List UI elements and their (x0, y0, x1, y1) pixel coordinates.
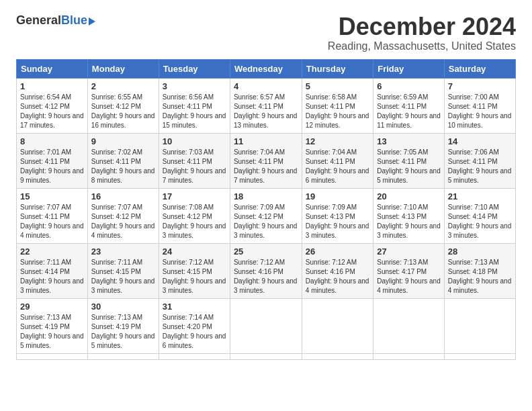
month-title: December 2024 (328, 13, 516, 40)
day-info: Sunrise: 7:10 AMSunset: 4:13 PMDaylight:… (377, 203, 441, 240)
calendar-cell: 15Sunrise: 7:07 AMSunset: 4:11 PMDayligh… (17, 188, 88, 243)
calendar-cell (444, 353, 515, 359)
calendar-cell (159, 353, 230, 359)
day-info: Sunrise: 7:11 AMSunset: 4:15 PMDaylight:… (91, 258, 155, 295)
calendar-cell (302, 353, 373, 359)
calendar-cell (87, 353, 159, 359)
day-info: Sunrise: 7:12 AMSunset: 4:16 PMDaylight:… (306, 258, 369, 295)
day-info: Sunrise: 7:04 AMSunset: 4:11 PMDaylight:… (234, 148, 298, 185)
day-number: 31 (163, 302, 226, 312)
day-info: Sunrise: 7:01 AMSunset: 4:11 PMDaylight:… (20, 148, 84, 185)
day-number: 19 (306, 191, 369, 201)
calendar-weekday-header: Friday (373, 59, 445, 78)
day-number: 17 (163, 191, 226, 201)
day-info: Sunrise: 6:55 AMSunset: 4:12 PMDaylight:… (91, 93, 155, 130)
calendar-cell: 14Sunrise: 7:06 AMSunset: 4:11 PMDayligh… (444, 133, 515, 188)
calendar-cell (373, 298, 445, 353)
day-info: Sunrise: 7:08 AMSunset: 4:12 PMDaylight:… (163, 203, 226, 240)
calendar-cell: 13Sunrise: 7:05 AMSunset: 4:11 PMDayligh… (373, 133, 445, 188)
logo-arrow-icon (89, 17, 95, 26)
day-number: 24 (163, 246, 226, 257)
calendar-row: 29Sunrise: 7:13 AMSunset: 4:19 PMDayligh… (17, 298, 516, 353)
calendar-cell: 16Sunrise: 7:07 AMSunset: 4:12 PMDayligh… (87, 188, 159, 243)
day-number: 8 (20, 136, 84, 146)
day-info: Sunrise: 7:02 AMSunset: 4:11 PMDaylight:… (91, 148, 155, 185)
calendar-body: 1Sunrise: 6:54 AMSunset: 4:12 PMDaylight… (17, 78, 516, 359)
day-number: 13 (377, 136, 441, 146)
location-title: Reading, Massachusetts, United States (328, 40, 516, 52)
day-number: 23 (91, 246, 155, 257)
header: General Blue December 2024 Reading, Mass… (16, 13, 516, 52)
day-number: 11 (234, 136, 298, 146)
calendar-weekday-header: Thursday (302, 59, 373, 78)
calendar-weekday-header: Tuesday (159, 59, 230, 78)
day-info: Sunrise: 6:59 AMSunset: 4:11 PMDaylight:… (377, 93, 441, 130)
day-info: Sunrise: 7:10 AMSunset: 4:14 PMDaylight:… (448, 203, 512, 240)
calendar-cell: 17Sunrise: 7:08 AMSunset: 4:12 PMDayligh… (159, 188, 230, 243)
calendar-table: SundayMondayTuesdayWednesdayThursdayFrid… (16, 59, 516, 360)
calendar-weekday-header: Wednesday (230, 59, 302, 78)
day-number: 16 (91, 191, 155, 201)
day-number: 12 (306, 136, 369, 146)
calendar-cell: 2Sunrise: 6:55 AMSunset: 4:12 PMDaylight… (87, 78, 159, 133)
calendar-weekday-header: Sunday (17, 59, 88, 78)
day-number: 7 (448, 81, 512, 91)
day-number: 18 (234, 191, 298, 201)
day-number: 5 (306, 81, 369, 91)
calendar-cell: 21Sunrise: 7:10 AMSunset: 4:14 PMDayligh… (444, 188, 515, 243)
day-info: Sunrise: 7:03 AMSunset: 4:11 PMDaylight:… (163, 148, 226, 185)
day-info: Sunrise: 7:07 AMSunset: 4:11 PMDaylight:… (20, 203, 84, 240)
calendar-cell: 24Sunrise: 7:12 AMSunset: 4:15 PMDayligh… (159, 243, 230, 298)
day-number: 10 (163, 136, 226, 146)
calendar-cell: 29Sunrise: 7:13 AMSunset: 4:19 PMDayligh… (17, 298, 88, 353)
calendar-cell: 4Sunrise: 6:57 AMSunset: 4:11 PMDaylight… (230, 78, 302, 133)
day-info: Sunrise: 7:12 AMSunset: 4:15 PMDaylight:… (163, 258, 226, 295)
calendar-row: 15Sunrise: 7:07 AMSunset: 4:11 PMDayligh… (17, 188, 516, 243)
day-info: Sunrise: 7:13 AMSunset: 4:17 PMDaylight:… (377, 258, 441, 295)
calendar-cell: 7Sunrise: 7:00 AMSunset: 4:11 PMDaylight… (444, 78, 515, 133)
day-info: Sunrise: 6:56 AMSunset: 4:11 PMDaylight:… (163, 93, 226, 130)
calendar-cell: 23Sunrise: 7:11 AMSunset: 4:15 PMDayligh… (87, 243, 159, 298)
calendar-cell: 26Sunrise: 7:12 AMSunset: 4:16 PMDayligh… (302, 243, 373, 298)
logo-general-text: General (16, 13, 61, 28)
calendar-row: 8Sunrise: 7:01 AMSunset: 4:11 PMDaylight… (17, 133, 516, 188)
day-number: 25 (234, 246, 298, 257)
calendar-row (17, 353, 516, 359)
day-info: Sunrise: 7:09 AMSunset: 4:12 PMDaylight:… (234, 203, 298, 240)
calendar-cell: 27Sunrise: 7:13 AMSunset: 4:17 PMDayligh… (373, 243, 445, 298)
calendar-cell: 19Sunrise: 7:09 AMSunset: 4:13 PMDayligh… (302, 188, 373, 243)
day-number: 26 (306, 246, 369, 257)
calendar-weekday-header: Saturday (444, 59, 515, 78)
day-number: 28 (448, 246, 512, 257)
calendar-cell: 1Sunrise: 6:54 AMSunset: 4:12 PMDaylight… (17, 78, 88, 133)
calendar-cell: 25Sunrise: 7:12 AMSunset: 4:16 PMDayligh… (230, 243, 302, 298)
calendar-cell (230, 353, 302, 359)
day-number: 30 (91, 302, 155, 312)
day-info: Sunrise: 7:12 AMSunset: 4:16 PMDaylight:… (234, 258, 298, 295)
day-number: 1 (20, 81, 84, 91)
day-info: Sunrise: 6:57 AMSunset: 4:11 PMDaylight:… (234, 93, 298, 130)
calendar-cell (302, 298, 373, 353)
calendar-cell: 31Sunrise: 7:14 AMSunset: 4:20 PMDayligh… (159, 298, 230, 353)
calendar-cell: 9Sunrise: 7:02 AMSunset: 4:11 PMDaylight… (87, 133, 159, 188)
day-info: Sunrise: 7:13 AMSunset: 4:19 PMDaylight:… (91, 313, 155, 351)
calendar-cell (17, 353, 88, 359)
day-number: 27 (377, 246, 441, 257)
day-info: Sunrise: 7:11 AMSunset: 4:14 PMDaylight:… (20, 258, 84, 295)
day-info: Sunrise: 7:09 AMSunset: 4:13 PMDaylight:… (306, 203, 369, 240)
calendar-cell: 20Sunrise: 7:10 AMSunset: 4:13 PMDayligh… (373, 188, 445, 243)
calendar-cell: 28Sunrise: 7:13 AMSunset: 4:18 PMDayligh… (444, 243, 515, 298)
calendar-cell: 8Sunrise: 7:01 AMSunset: 4:11 PMDaylight… (17, 133, 88, 188)
day-number: 3 (163, 81, 226, 91)
day-info: Sunrise: 7:04 AMSunset: 4:11 PMDaylight:… (306, 148, 369, 185)
calendar-cell (373, 353, 445, 359)
calendar-cell: 22Sunrise: 7:11 AMSunset: 4:14 PMDayligh… (17, 243, 88, 298)
day-number: 22 (20, 246, 84, 257)
calendar-row: 1Sunrise: 6:54 AMSunset: 4:12 PMDaylight… (17, 78, 516, 133)
calendar-cell: 18Sunrise: 7:09 AMSunset: 4:12 PMDayligh… (230, 188, 302, 243)
day-info: Sunrise: 6:54 AMSunset: 4:12 PMDaylight:… (20, 93, 84, 130)
day-number: 21 (448, 191, 512, 201)
day-info: Sunrise: 7:14 AMSunset: 4:20 PMDaylight:… (163, 313, 226, 351)
logo: General Blue (16, 13, 95, 28)
calendar-cell: 10Sunrise: 7:03 AMSunset: 4:11 PMDayligh… (159, 133, 230, 188)
